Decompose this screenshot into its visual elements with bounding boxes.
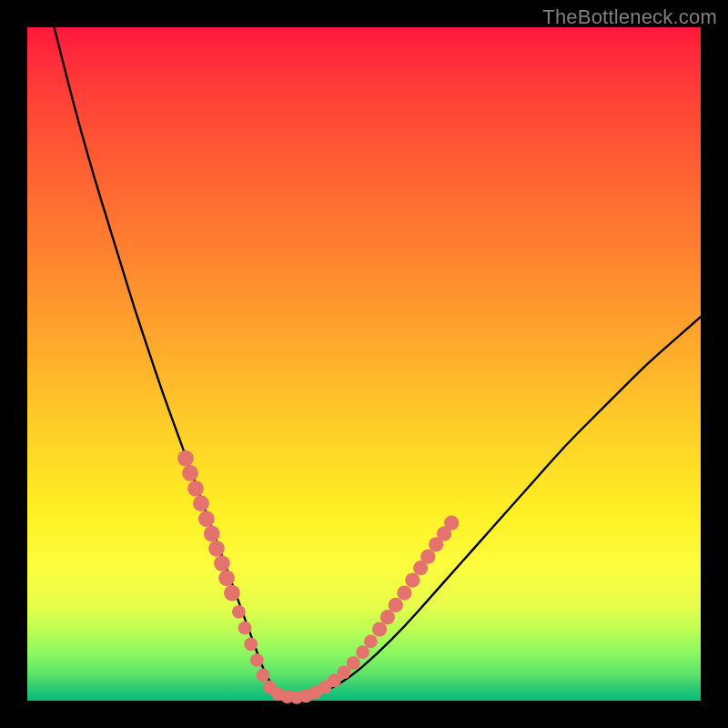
curve-dot — [204, 526, 220, 542]
watermark-text: TheBottleneck.com — [542, 5, 717, 29]
curve-dot — [218, 570, 235, 586]
curve-dot — [238, 622, 252, 635]
curve-dot — [257, 668, 270, 682]
curve-dot — [380, 610, 395, 624]
chart-overlay-svg — [27, 27, 701, 701]
curve-dot — [356, 645, 369, 659]
curve-dot — [187, 480, 204, 497]
curve-dot — [224, 585, 240, 602]
bottleneck-curve — [55, 27, 701, 697]
curve-dot — [208, 541, 225, 557]
curve-dot — [420, 550, 435, 564]
curve-dot — [177, 450, 194, 467]
curve-dot — [444, 516, 459, 531]
curve-dot — [405, 572, 420, 587]
curve-dots — [177, 450, 459, 704]
curve-dot — [198, 511, 215, 527]
curve-dot — [347, 656, 360, 670]
curve-dot — [244, 637, 258, 651]
curve-dot — [193, 495, 209, 511]
curve-dot — [397, 585, 411, 600]
curve-dot — [214, 555, 230, 571]
curve-dot — [389, 598, 403, 612]
curve-dot — [364, 634, 378, 648]
chart-stage: TheBottleneck.com — [0, 0, 728, 728]
curve-dot — [250, 653, 264, 667]
curve-dot — [372, 622, 387, 636]
curve-dot — [232, 605, 246, 619]
curve-dot — [182, 465, 198, 481]
